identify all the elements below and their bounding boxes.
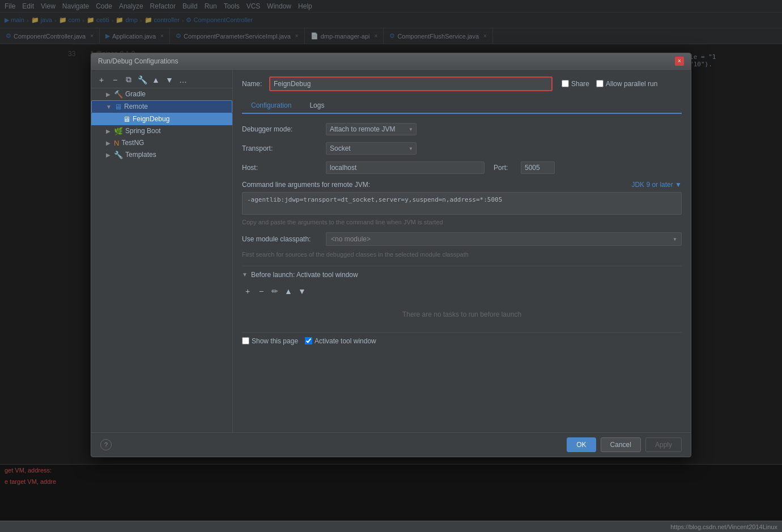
module-classpath-hint: First search for sources of the debugged… xyxy=(242,250,682,259)
tree-arrow-icon: ▶ xyxy=(105,152,112,158)
status-bar-url: https://blog.csdn.net/Vincent2014Linux xyxy=(670,524,777,530)
port-input[interactable] xyxy=(521,161,555,174)
parallel-checkbox-label: Allow parallel run xyxy=(596,80,657,88)
tree-item-remote[interactable]: ▼ 🖥 Remote xyxy=(91,100,232,113)
move-up-button[interactable]: ▲ xyxy=(150,74,162,86)
activate-tool-checkbox[interactable] xyxy=(305,337,312,344)
module-classpath-select[interactable]: <no module> xyxy=(326,232,682,246)
module-classpath-row: Use module classpath: <no module> xyxy=(242,232,682,246)
transport-row: Transport: Socket Shared memory xyxy=(242,142,682,155)
host-label: Host: xyxy=(242,164,321,172)
tab-configuration[interactable]: Configuration xyxy=(242,98,300,114)
command-line-hint: Copy and paste the arguments to the comm… xyxy=(242,219,682,225)
share-checkbox-label: Share xyxy=(562,80,589,88)
dialog-title-bar: Run/Debug Configurations × xyxy=(91,53,691,70)
before-launch-toolbar: + − ✏ ▲ ▼ xyxy=(242,286,682,297)
remote-icon: 🖥 xyxy=(114,103,122,111)
status-bar: https://blog.csdn.net/Vincent2014Linux xyxy=(0,521,782,532)
edit-launch-task-button[interactable]: ✏ xyxy=(269,286,280,297)
tree-arrow-icon: ▼ xyxy=(105,104,112,110)
testng-icon: N xyxy=(114,139,119,147)
ok-button[interactable]: OK xyxy=(567,437,596,452)
dialog-close-button[interactable]: × xyxy=(675,57,684,66)
tree-arrow-icon: ▶ xyxy=(105,128,112,134)
tree-arrow-icon: ▶ xyxy=(105,140,112,146)
debugger-mode-label: Debugger mode: xyxy=(242,125,321,133)
command-line-textarea[interactable]: -agentlib:jdwp=transport=dt_socket,serve… xyxy=(242,192,682,215)
dialog-overlay: Run/Debug Configurations × + − ⧉ 🔧 ▲ ▼ … xyxy=(0,0,782,532)
transport-select[interactable]: Socket Shared memory xyxy=(326,142,416,155)
dialog-footer: ? OK Cancel Apply xyxy=(91,432,691,457)
debugger-mode-select[interactable]: Attach to remote JVM Listen to remote JV… xyxy=(326,123,416,135)
tree-label: TestNG xyxy=(121,139,144,147)
jdk-link[interactable]: JDK 9 or later ▼ xyxy=(631,181,682,189)
gradle-icon: 🔨 xyxy=(114,90,123,99)
module-select-wrapper: <no module> xyxy=(326,232,682,246)
tree-item-templates[interactable]: ▶ 🔧 Templates xyxy=(91,149,232,161)
copy-config-button[interactable]: ⧉ xyxy=(123,74,134,86)
remove-launch-task-button[interactable]: − xyxy=(256,286,267,297)
move-up-launch-button[interactable]: ▲ xyxy=(283,286,294,297)
host-port-row: Host: Port: xyxy=(242,161,682,174)
name-row: Name: Share Allow parallel run xyxy=(242,76,682,91)
tree-label: Gradle xyxy=(125,90,146,98)
spring-boot-icon: 🌿 xyxy=(114,127,123,135)
edit-config-button[interactable]: 🔧 xyxy=(137,74,148,86)
add-config-button[interactable]: + xyxy=(96,74,107,86)
dialog-content: Name: Share Allow parallel run xyxy=(233,70,691,432)
tree-label: Templates xyxy=(125,151,156,159)
module-classpath-label: Use module classpath: xyxy=(242,235,321,243)
more-button[interactable]: … xyxy=(177,74,189,86)
parallel-checkbox[interactable] xyxy=(596,80,604,87)
tab-logs[interactable]: Logs xyxy=(300,98,333,114)
tree-item-feigndebug[interactable]: 🖥 FeignDebug xyxy=(91,113,232,125)
tree-item-gradle[interactable]: ▶ 🔨 Gradle xyxy=(91,88,232,100)
show-page-text: Show this page xyxy=(252,337,298,345)
show-page-checkbox[interactable] xyxy=(242,337,249,344)
tree-label: Spring Boot xyxy=(125,127,161,135)
feigndebug-icon: 🖥 xyxy=(123,115,130,124)
port-label: Port: xyxy=(494,164,516,172)
config-tabs: Configuration Logs xyxy=(242,98,682,114)
before-launch-section: ▼ Before launch: Activate tool window xyxy=(242,266,682,283)
tree-arrow-icon: ▶ xyxy=(105,91,112,97)
footer-buttons: OK Cancel Apply xyxy=(567,437,682,452)
transport-select-wrapper: Socket Shared memory xyxy=(326,142,416,155)
activate-tool-text: Activate tool window xyxy=(314,337,376,345)
name-input[interactable] xyxy=(270,78,551,90)
tree-item-spring-boot[interactable]: ▶ 🌿 Spring Boot xyxy=(91,125,232,137)
dialog-body: + − ⧉ 🔧 ▲ ▼ … ▶ 🔨 Gradle xyxy=(91,70,691,432)
tree-label: FeignDebug xyxy=(133,115,169,123)
dialog-title: Run/Debug Configurations xyxy=(98,57,178,65)
move-down-button[interactable]: ▼ xyxy=(164,74,175,86)
collapse-arrow-icon[interactable]: ▼ xyxy=(242,271,248,278)
command-line-label: Command line arguments for remote JVM: xyxy=(242,181,370,189)
show-page-label: Show this page xyxy=(242,337,298,345)
remove-config-button[interactable]: − xyxy=(109,74,121,86)
run-debug-dialog: Run/Debug Configurations × + − ⧉ 🔧 ▲ ▼ … xyxy=(91,53,691,457)
name-input-wrapper xyxy=(269,76,552,91)
help-button[interactable]: ? xyxy=(100,439,112,450)
templates-icon: 🔧 xyxy=(114,151,123,159)
apply-button[interactable]: Apply xyxy=(645,437,682,452)
host-input[interactable] xyxy=(326,161,484,174)
dialog-toolbar: + − ⧉ 🔧 ▲ ▼ … xyxy=(91,72,232,88)
command-line-header: Command line arguments for remote JVM: J… xyxy=(242,181,682,189)
add-launch-task-button[interactable]: + xyxy=(242,286,253,297)
move-down-launch-button[interactable]: ▼ xyxy=(296,286,308,297)
name-label: Name: xyxy=(242,80,265,88)
dialog-sidebar: + − ⧉ 🔧 ▲ ▼ … ▶ 🔨 Gradle xyxy=(91,70,233,432)
cancel-button[interactable]: Cancel xyxy=(601,437,641,452)
debugger-mode-select-wrapper: Attach to remote JVM Listen to remote JV… xyxy=(326,123,416,135)
share-checkbox[interactable] xyxy=(562,80,569,87)
tree-label: Remote xyxy=(124,103,148,110)
before-launch-title: Before launch: Activate tool window xyxy=(251,271,358,279)
ide-background: File Edit View Navigate Code Analyze Ref… xyxy=(0,0,782,532)
tree-item-testng[interactable]: ▶ N TestNG xyxy=(91,137,232,149)
debugger-mode-row: Debugger mode: Attach to remote JVM List… xyxy=(242,123,682,135)
activate-tool-label: Activate tool window xyxy=(305,337,376,345)
bottom-checkboxes: Show this page Activate tool window xyxy=(242,332,682,350)
transport-label: Transport: xyxy=(242,144,321,152)
before-launch-empty-msg: There are no tasks to run before launch xyxy=(242,301,682,327)
